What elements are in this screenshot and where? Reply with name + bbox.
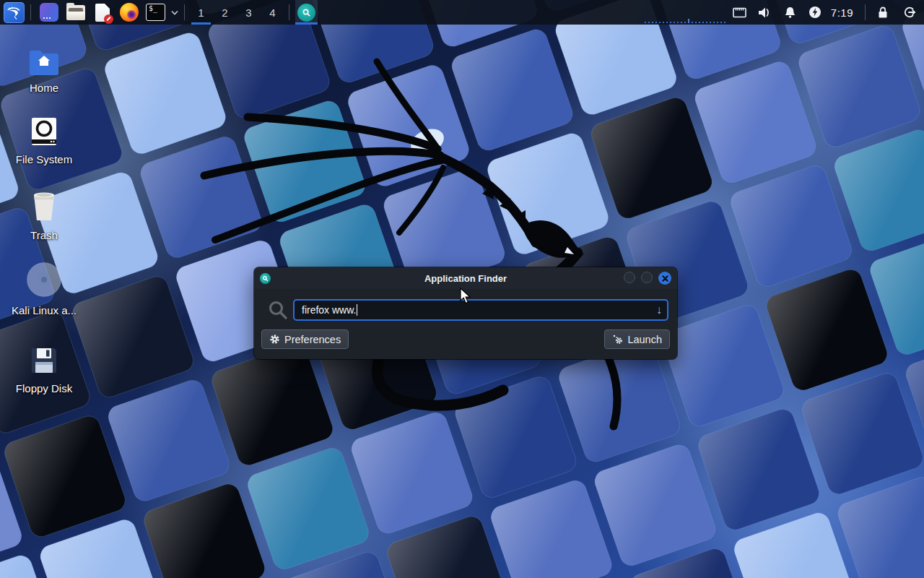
text-caret	[357, 304, 357, 316]
dropdown-arrow-icon[interactable]: ↓	[656, 304, 662, 316]
firefox-icon	[120, 3, 139, 22]
titlebar[interactable]: Application Finder	[254, 267, 677, 289]
panel-separator	[30, 4, 31, 20]
workspace-label: 4	[269, 7, 275, 19]
home-folder-icon	[28, 40, 60, 75]
desktop-icon-file-system[interactable]: File System	[11, 112, 77, 165]
network-activity-graph	[645, 20, 725, 23]
workspace-3-button[interactable]: 3	[237, 0, 261, 25]
launcher-firefox[interactable]	[116, 0, 142, 25]
desktop-icon-label: Home	[30, 82, 58, 94]
minimize-button[interactable]	[624, 272, 635, 283]
close-icon	[662, 275, 668, 282]
top-panel: $_ 1 2 3 4	[0, 0, 924, 25]
power-manager-icon[interactable]	[803, 0, 828, 25]
kali-menu-button[interactable]	[1, 0, 26, 25]
search-input[interactable]: firefox www. ↓	[293, 299, 668, 321]
network-wired-icon[interactable]	[727, 0, 752, 25]
active-workspace-indicator	[191, 22, 211, 25]
workspace-label: 1	[198, 7, 204, 19]
desktop-icon-label: Trash	[30, 229, 58, 241]
window-title: Application Finder	[254, 273, 677, 284]
chevron-down-icon	[171, 10, 178, 15]
gear-icon	[269, 334, 280, 345]
preferences-label: Preferences	[284, 334, 341, 345]
desktop-icon-home[interactable]: Home	[11, 40, 77, 94]
workspace-label: 3	[245, 7, 251, 19]
launcher-text-editor[interactable]	[89, 0, 116, 25]
launch-label: Launch	[627, 334, 662, 345]
kali-logo-icon	[4, 2, 25, 23]
app-finder-icon	[297, 4, 315, 22]
desktop-icon-floppy-disk[interactable]: Floppy Disk	[11, 341, 77, 394]
desktop-icon-label: Floppy Disk	[16, 382, 72, 394]
active-window-indicator	[295, 22, 318, 25]
panel-separator	[865, 4, 866, 20]
taskbar-app-finder-button[interactable]	[295, 0, 318, 25]
close-button[interactable]	[658, 272, 671, 285]
cdrom-disc-icon	[26, 263, 62, 298]
notifications-bell-icon[interactable]	[777, 0, 803, 25]
mouse-cursor	[460, 288, 471, 305]
desktop-icon-trash[interactable]: Trash	[11, 188, 77, 241]
text-editor-icon	[95, 4, 110, 22]
launch-icon	[612, 334, 623, 345]
drive-icon	[29, 112, 59, 147]
launcher-file-manager[interactable]	[62, 0, 89, 25]
pencil-badge-icon	[104, 14, 113, 24]
terminal-icon: $_	[146, 4, 165, 21]
desktop-icon-kali-cdrom[interactable]: Kali Linux a...	[11, 263, 77, 316]
search-icon	[263, 299, 293, 321]
trash-icon	[28, 188, 60, 223]
maximize-button[interactable]	[641, 272, 653, 283]
workspace-label: 2	[222, 7, 227, 19]
desktop-icon-label: Kali Linux a...	[12, 304, 77, 316]
desktop-icon-label: File System	[16, 153, 72, 165]
panel-separator	[184, 4, 185, 20]
application-finder-window: Application Finder firefox www. ↓	[254, 267, 677, 359]
logout-icon[interactable]	[895, 0, 924, 25]
launcher-desktop-app[interactable]	[35, 0, 62, 25]
floppy-icon	[29, 341, 59, 376]
launch-button[interactable]: Launch	[604, 329, 670, 349]
panel-separator	[289, 4, 289, 20]
clock[interactable]: 7:19	[828, 7, 860, 19]
launcher-menu-chevron[interactable]	[170, 0, 180, 25]
app-finder-icon	[260, 273, 271, 284]
lock-screen-icon[interactable]	[870, 0, 895, 25]
desktop-app-icon	[40, 3, 58, 22]
search-input-value: firefox www.	[302, 304, 356, 316]
launcher-terminal[interactable]: $_	[142, 0, 169, 25]
workspace-4-button[interactable]: 4	[261, 0, 284, 25]
volume-icon[interactable]	[752, 0, 777, 25]
workspace-1-button[interactable]: 1	[189, 0, 213, 25]
preferences-button[interactable]: Preferences	[261, 329, 349, 349]
file-manager-icon	[66, 5, 85, 20]
workspace-2-button[interactable]: 2	[213, 0, 237, 25]
